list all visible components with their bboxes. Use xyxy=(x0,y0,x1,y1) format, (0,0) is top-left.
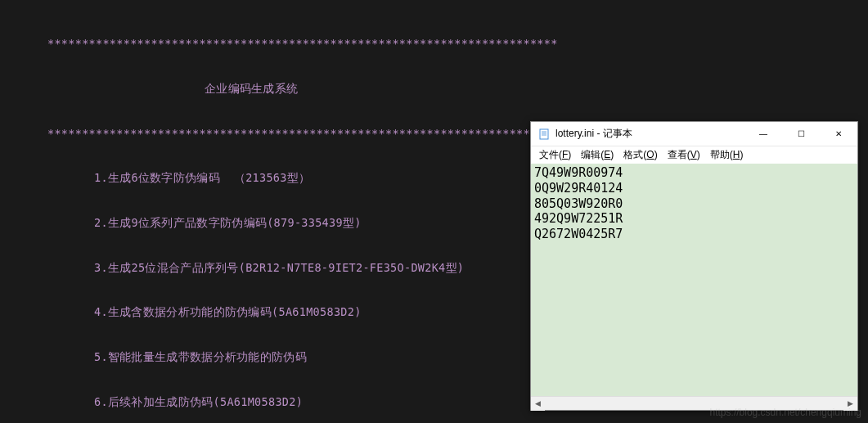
notepad-text-area[interactable]: 7Q49W9R00974 0Q9W29R40124 805Q03W920R0 4… xyxy=(531,164,857,396)
menu-file[interactable]: 文件(F) xyxy=(534,146,576,164)
close-button[interactable]: ✕ xyxy=(820,122,857,146)
scroll-left-icon[interactable]: ◀ xyxy=(531,397,545,411)
file-line-2: 0Q9W29R40124 xyxy=(534,181,623,196)
notepad-menubar: 文件(F) 编辑(E) 格式(O) 查看(V) 帮助(H) xyxy=(531,146,857,164)
file-line-4: 492Q9W72251R xyxy=(534,211,623,226)
menu-edit[interactable]: 编辑(E) xyxy=(576,146,618,164)
file-line-1: 7Q49W9R00974 xyxy=(534,165,623,180)
menu-format[interactable]: 格式(O) xyxy=(618,146,662,164)
minimize-button[interactable]: — xyxy=(744,122,782,146)
file-line-3: 805Q03W920R0 xyxy=(534,196,623,211)
notepad-icon xyxy=(537,128,551,141)
stars-line: ****************************************… xyxy=(0,36,868,51)
notepad-title: lottery.ini - 记事本 xyxy=(555,127,744,141)
svg-rect-0 xyxy=(540,129,548,139)
menu-view[interactable]: 查看(V) xyxy=(663,146,705,164)
menu-help[interactable]: 帮助(H) xyxy=(705,146,749,164)
notepad-titlebar[interactable]: lottery.ini - 记事本 — ☐ ✕ xyxy=(531,122,857,146)
window-buttons: — ☐ ✕ xyxy=(744,122,857,146)
maximize-button[interactable]: ☐ xyxy=(782,122,820,146)
watermark-text: https://blog.csdn.net/chengqiuming xyxy=(710,407,861,418)
system-title: 企业编码生成系统 xyxy=(0,81,868,96)
notepad-window: lottery.ini - 记事本 — ☐ ✕ 文件(F) 编辑(E) 格式(O… xyxy=(530,121,858,411)
file-line-5: Q2672W0425R7 xyxy=(534,227,623,241)
